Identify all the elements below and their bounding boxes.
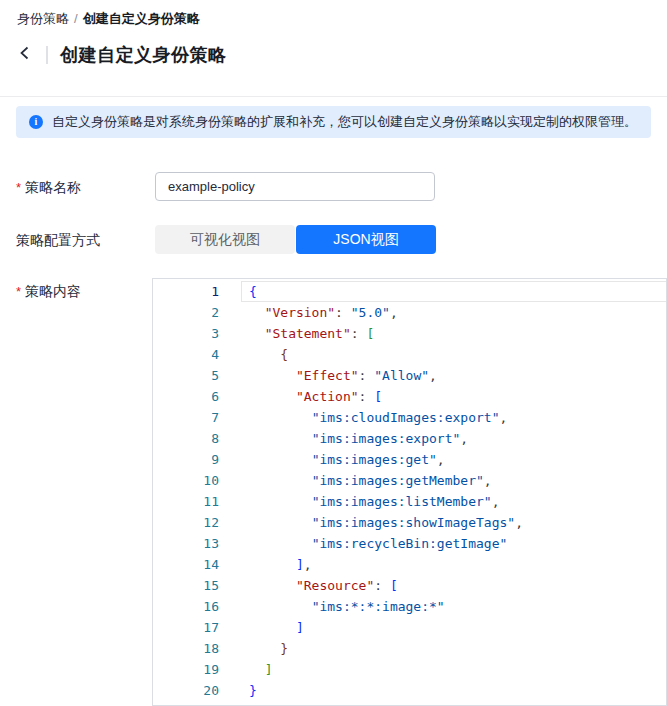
config-mode-label-text: 策略配置方式 bbox=[16, 232, 100, 248]
line-number: 4 bbox=[153, 344, 219, 365]
code-line[interactable]: 10 "ims:images:getMember", bbox=[153, 470, 666, 491]
title-bar: 创建自定义身份策略 bbox=[14, 42, 227, 68]
code-line[interactable]: 17 ] bbox=[153, 617, 666, 638]
info-banner-text: 自定义身份策略是对系统身份策略的扩展和补充，您可以创建自定义身份策略以实现定制的… bbox=[52, 113, 637, 131]
code-line-content: "ims:cloudImages:export", bbox=[219, 407, 507, 428]
code-line[interactable]: 19 ] bbox=[153, 659, 666, 680]
code-line[interactable]: 20} bbox=[153, 680, 666, 701]
header-divider bbox=[0, 96, 667, 97]
line-number: 11 bbox=[153, 491, 219, 512]
code-line[interactable]: 8 "ims:images:export", bbox=[153, 428, 666, 449]
breadcrumb-current: 创建自定义身份策略 bbox=[83, 11, 200, 26]
code-line-content: "ims:images:getMember", bbox=[219, 470, 492, 491]
policy-name-label-text: 策略名称 bbox=[25, 179, 81, 195]
code-line[interactable]: 15 "Resource": [ bbox=[153, 575, 666, 596]
line-number: 14 bbox=[153, 554, 219, 575]
line-number: 17 bbox=[153, 617, 219, 638]
code-line-content: "Action": [ bbox=[219, 386, 382, 407]
code-line[interactable]: 11 "ims:images:listMember", bbox=[153, 491, 666, 512]
info-banner: i 自定义身份策略是对系统身份策略的扩展和补充，您可以创建自定义身份策略以实现定… bbox=[16, 106, 651, 138]
code-line-content: "ims:images:listMember", bbox=[219, 491, 499, 512]
code-line-content: "ims:images:get", bbox=[219, 449, 445, 470]
line-number: 20 bbox=[153, 680, 219, 701]
code-line[interactable]: 12 "ims:images:showImageTags", bbox=[153, 512, 666, 533]
code-line[interactable]: 2 "Version": "5.0", bbox=[153, 302, 666, 323]
code-line[interactable]: 3 "Statement": [ bbox=[153, 323, 666, 344]
code-line[interactable]: 9 "ims:images:get", bbox=[153, 449, 666, 470]
code-line[interactable]: 6 "Action": [ bbox=[153, 386, 666, 407]
code-line[interactable]: 18 } bbox=[153, 638, 666, 659]
required-mark: * bbox=[16, 180, 21, 195]
breadcrumb-separator: / bbox=[74, 11, 78, 26]
line-number: 9 bbox=[153, 449, 219, 470]
line-number: 8 bbox=[153, 428, 219, 449]
visual-view-button[interactable]: 可视化视图 bbox=[155, 225, 295, 254]
back-chevron-icon bbox=[17, 45, 33, 65]
code-line[interactable]: 1{ bbox=[153, 281, 666, 302]
line-number: 19 bbox=[153, 659, 219, 680]
info-icon: i bbox=[29, 115, 43, 129]
back-button[interactable] bbox=[14, 44, 36, 66]
line-number: 15 bbox=[153, 575, 219, 596]
code-line-content: ] bbox=[219, 659, 272, 680]
title-divider bbox=[46, 46, 48, 64]
code-line-content: "ims:images:export", bbox=[219, 428, 468, 449]
line-number: 7 bbox=[153, 407, 219, 428]
code-line[interactable]: 14 ], bbox=[153, 554, 666, 575]
breadcrumb: 身份策略/创建自定义身份策略 bbox=[17, 10, 200, 28]
line-number: 6 bbox=[153, 386, 219, 407]
line-number: 16 bbox=[153, 596, 219, 617]
code-line-content: "Version": "5.0", bbox=[219, 302, 398, 323]
policy-name-input[interactable] bbox=[155, 172, 435, 201]
code-line[interactable]: 4 { bbox=[153, 344, 666, 365]
code-line-content: "ims:*:*:image:*" bbox=[219, 596, 445, 617]
code-line-content: "Resource": [ bbox=[219, 575, 398, 596]
code-line-content: ] bbox=[219, 617, 304, 638]
line-number: 10 bbox=[153, 470, 219, 491]
line-number: 13 bbox=[153, 533, 219, 554]
code-line[interactable]: 13 "ims:recycleBin:getImage" bbox=[153, 533, 666, 554]
required-mark: * bbox=[16, 284, 21, 299]
code-line[interactable]: 5 "Effect": "Allow", bbox=[153, 365, 666, 386]
breadcrumb-parent[interactable]: 身份策略 bbox=[17, 11, 69, 26]
line-number: 18 bbox=[153, 638, 219, 659]
line-number: 5 bbox=[153, 365, 219, 386]
code-line-content: ], bbox=[219, 554, 312, 575]
policy-name-label: *策略名称 bbox=[16, 179, 81, 197]
code-line-content: { bbox=[219, 344, 288, 365]
code-line-content: } bbox=[219, 638, 288, 659]
json-view-button[interactable]: JSON视图 bbox=[296, 225, 436, 254]
line-number: 12 bbox=[153, 512, 219, 533]
line-number: 1 bbox=[153, 281, 219, 302]
code-line-content: } bbox=[219, 680, 257, 701]
code-line[interactable]: 7 "ims:cloudImages:export", bbox=[153, 407, 666, 428]
code-line-content: "ims:recycleBin:getImage" bbox=[219, 533, 507, 554]
page-title: 创建自定义身份策略 bbox=[60, 43, 227, 67]
code-line-content: "Statement": [ bbox=[219, 323, 374, 344]
config-mode-toggle: 可视化视图 JSON视图 bbox=[155, 225, 436, 254]
line-number: 3 bbox=[153, 323, 219, 344]
policy-content-label: *策略内容 bbox=[16, 283, 81, 301]
policy-content-label-text: 策略内容 bbox=[25, 283, 81, 299]
code-line-content: "Effect": "Allow", bbox=[219, 365, 437, 386]
code-line-content: { bbox=[219, 281, 257, 302]
code-line-content: "ims:images:showImageTags", bbox=[219, 512, 523, 533]
code-line[interactable]: 16 "ims:*:*:image:*" bbox=[153, 596, 666, 617]
config-mode-label: 策略配置方式 bbox=[16, 232, 100, 250]
line-number: 2 bbox=[153, 302, 219, 323]
code-editor[interactable]: 1{2 "Version": "5.0",3 "Statement": [4 {… bbox=[152, 278, 667, 706]
